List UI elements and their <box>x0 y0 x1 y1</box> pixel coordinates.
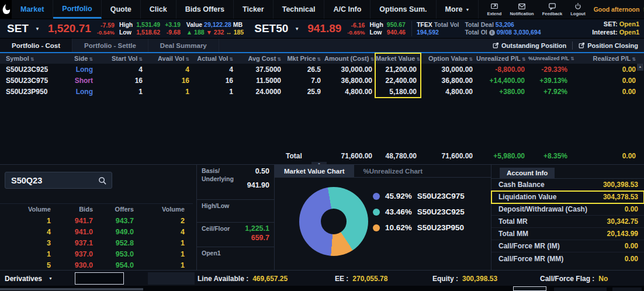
set-high: 1,531.49 <box>136 21 160 29</box>
market-type-dropdown[interactable]: Derivatives▼ <box>5 271 53 286</box>
decliners: ▼ 232 <box>206 29 224 36</box>
tab-market-value-chart[interactable]: Market Value Chart <box>275 165 354 177</box>
nav-tab-ac-info[interactable]: A/C Info <box>324 0 371 19</box>
bid-offer-header: Volume Bids Offers Volume <box>0 203 193 214</box>
col-start-vol[interactable]: Start Vol⇅ <box>96 55 146 62</box>
nav-tab-market[interactable]: Market <box>12 0 53 19</box>
col-realized-pl[interactable]: Realized P/L⇅ <box>571 55 644 62</box>
offer-price[interactable]: 954.0 <box>98 261 139 269</box>
symbol-cell: S50U23C975 <box>0 77 64 85</box>
legend-dot <box>373 224 380 231</box>
logout-button[interactable]: Logout <box>570 2 585 16</box>
nav-tab-options-sum[interactable]: Options Sum. <box>371 0 436 19</box>
col-unrealized-pl[interactable]: Unrealized P/L⇅ <box>476 55 528 62</box>
nav-tab-ticker[interactable]: Ticker <box>234 0 273 19</box>
nav-tab-more[interactable]: More▼ <box>437 0 479 19</box>
sort-icon: ⇅ <box>277 57 281 62</box>
set-change: -7.59 <box>97 22 115 29</box>
col-avail-vol[interactable]: Avail Vol⇅ <box>146 55 193 62</box>
bid-price[interactable]: 937.0 <box>56 250 98 258</box>
col-mkt-price[interactable]: Mkt Price⇅ <box>285 55 324 62</box>
bottom-strip <box>0 286 644 291</box>
sort-icon: ⇅ <box>317 57 321 62</box>
bid-price[interactable]: 941.7 <box>56 217 98 225</box>
col-symbol[interactable]: Symbol⇅ <box>0 55 64 62</box>
total-market-value: 48,780.00 <box>376 152 420 160</box>
sort-icon: ⇅ <box>370 57 374 62</box>
set50-index-value: 941.89 <box>307 22 341 35</box>
col-actual-vol[interactable]: Actual Vol⇅ <box>193 55 237 62</box>
set-index-selector[interactable]: SET▼ <box>7 22 40 35</box>
market-index-bar: SET▼ 1,520.71 -7.59 -0.54% High Low 1,53… <box>0 19 644 39</box>
bid-price[interactable]: 941.0 <box>56 228 98 236</box>
info-icon[interactable]: i <box>489 30 495 36</box>
nav-tab-portfolio[interactable]: Portfolio <box>53 0 101 19</box>
legend-item: 10.62% S50U23P950 <box>373 220 465 235</box>
sort-icon: ⇅ <box>30 57 34 62</box>
tab-account-info[interactable]: Account Info <box>500 168 555 178</box>
col-option-value[interactable]: Option Value⇅ <box>420 55 476 62</box>
cutoff-button[interactable] <box>513 286 546 291</box>
market-value-cell: 5,180.00 <box>376 88 420 96</box>
nav-tab-quote[interactable]: Quote <box>102 0 141 19</box>
chart-panel: Market Value Chart %Unrealized Chart 45.… <box>275 165 491 271</box>
offer-price[interactable]: 953.0 <box>98 250 139 258</box>
table-row[interactable]: S50U23C975 Short 16 16 16 11.5000 7.0 36… <box>0 75 644 86</box>
extend-icon <box>490 2 498 11</box>
set-low: 1,518.62 <box>136 29 160 36</box>
tab-portfolio-cost[interactable]: Portfolio - Cost <box>0 39 72 52</box>
tfex-total-vol: 194,592 <box>417 29 459 36</box>
bid-offer-row: 1 941.7 943.7 2 <box>0 215 193 226</box>
col-amount-cost[interactable]: Amount (Cost)⇅ <box>324 55 376 62</box>
scroll-up-arrow[interactable]: ▲ <box>637 64 643 71</box>
chevron-down-icon: ▼ <box>465 8 469 12</box>
tab-portfolio-settle[interactable]: Portfolio - Settle <box>72 39 148 52</box>
nav-tab-technical[interactable]: Technical <box>273 0 325 19</box>
offer-price[interactable]: 943.7 <box>98 217 139 225</box>
app-logo[interactable] <box>0 0 12 19</box>
total-realized-pl: 0.00 <box>571 152 644 160</box>
tfex-total-oi: 3,030,694 <box>514 29 541 36</box>
offer-price[interactable]: 952.8 <box>98 239 139 247</box>
sort-icon: ⇅ <box>469 57 473 62</box>
greeting: Good afternoon☀ <box>594 0 644 19</box>
ceil-floor-section: Ceil/Floor 1,225.1 659.7 <box>197 223 274 247</box>
side-cell: Long <box>64 65 96 74</box>
donut-hole <box>321 209 347 234</box>
bid-offer-row: 4 941.0 949.0 4 <box>0 226 193 237</box>
col-market-value[interactable]: Market Value⇅ <box>376 55 420 62</box>
top-nav: Market Portfolio Quote Click Bids Offers… <box>0 0 644 19</box>
total-option-value: 71,600.00 <box>420 152 476 160</box>
bid-price[interactable]: 937.1 <box>56 239 98 247</box>
tab-unrealized-chart[interactable]: %Unrealized Chart <box>354 165 432 177</box>
nav-tab-click[interactable]: Click <box>141 0 176 19</box>
nav-tab-bids-offers[interactable]: Bids Offers <box>176 0 234 19</box>
legend-dot <box>373 193 380 200</box>
horizontal-scrollbar[interactable] <box>0 288 143 290</box>
basis-underlying-section: Basis/Underlying 0.50 941.90 <box>197 165 274 200</box>
set-change-pct: -0.54% <box>97 29 115 36</box>
notification-button[interactable]: Notification <box>510 2 534 16</box>
offer-price[interactable]: 949.0 <box>98 228 139 236</box>
set50-high: 950.67 <box>387 21 406 29</box>
feedback-button[interactable]: Feedback <box>542 2 563 16</box>
sort-icon: ⇅ <box>416 57 420 62</box>
col-avg-cost[interactable]: Avg Cost⇅ <box>237 55 285 62</box>
search-icon[interactable] <box>98 176 107 185</box>
set50-index-selector[interactable]: SET50▼ <box>254 22 299 35</box>
outstanding-position-link[interactable]: Outstanding Position <box>493 42 566 49</box>
external-link-icon <box>493 42 499 49</box>
total-amount-cost: 71,600.00 <box>324 152 376 160</box>
table-row[interactable]: S50U23C925 Long 4 4 4 37.5000 26.5 30,00… <box>0 64 644 75</box>
extend-button[interactable]: Extend <box>487 2 501 16</box>
portfolio-table-body: S50U23C925 Long 4 4 4 37.5000 26.5 30,00… <box>0 64 644 97</box>
position-closing-link[interactable]: Position Closing <box>579 42 638 49</box>
bid-price[interactable]: 930.0 <box>56 261 98 269</box>
col-unrealized-pct[interactable]: %Unrealized P/L⇅ <box>528 56 571 61</box>
account-row: Deposit/Withdrawal (Cash)0.00 <box>491 203 644 216</box>
symbol-search-input[interactable] <box>5 172 93 188</box>
col-side[interactable]: Side⇅ <box>64 55 96 62</box>
table-row[interactable]: S50U23P950 Long 1 1 1 24.0000 25.9 4,800… <box>0 86 644 97</box>
footer-symbol-input[interactable] <box>75 272 124 285</box>
tab-deal-summary[interactable]: Deal Summary <box>148 39 219 52</box>
